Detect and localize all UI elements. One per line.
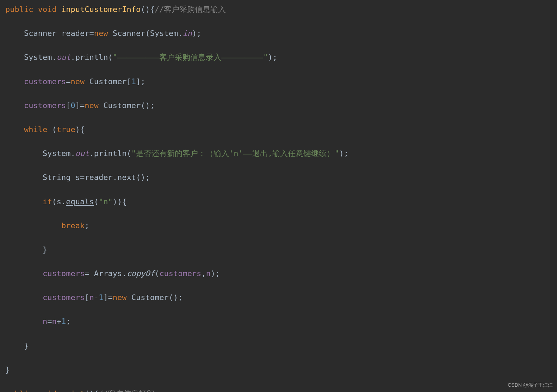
field-customers: customers bbox=[159, 269, 201, 278]
keyword-if: if bbox=[43, 197, 52, 206]
call-equals: equals bbox=[66, 197, 94, 206]
field-n: n bbox=[206, 269, 211, 278]
string-literal: "是否还有新的客户：（输入'n'——退出,输入任意键继续）" bbox=[131, 149, 339, 158]
keyword-break: break bbox=[61, 221, 85, 230]
watermark: CSDN @混子王江江 bbox=[508, 381, 553, 389]
string-literal: "n" bbox=[99, 197, 113, 206]
punct: (){ bbox=[141, 5, 155, 14]
field-customers: customers bbox=[24, 77, 66, 86]
keyword-new: new bbox=[94, 29, 108, 38]
type-string: String bbox=[43, 173, 70, 182]
string-literal: "—————————客户采购信息录入—————————" bbox=[113, 53, 268, 62]
code-line: while (true){ bbox=[5, 124, 552, 136]
code-line: customers=new Customer[1]; bbox=[5, 76, 552, 88]
var-reader: reader bbox=[85, 173, 112, 182]
code-line: public void print(){//客户信息打印 bbox=[5, 388, 552, 392]
keyword-public: public bbox=[5, 389, 33, 392]
keyword-void: void bbox=[38, 389, 57, 392]
class-system: System bbox=[150, 29, 178, 38]
code-line: break; bbox=[5, 220, 552, 232]
type-scanner: Scanner bbox=[24, 29, 57, 38]
code-line: n=n+1; bbox=[5, 316, 552, 328]
class-system: System bbox=[24, 53, 52, 62]
code-line: Scanner reader=new Scanner(System.in); bbox=[5, 27, 552, 39]
code-line: customers= Arrays.copyOf(customers,n); bbox=[5, 268, 552, 280]
brace-close: } bbox=[43, 245, 47, 254]
code-line: System.out.println("—————————客户采购信息录入———… bbox=[5, 51, 552, 63]
code-line: } bbox=[5, 244, 552, 256]
call-println: println bbox=[94, 149, 127, 158]
method-name: print bbox=[61, 389, 85, 392]
number-literal: 1 bbox=[61, 317, 66, 326]
field-n: n bbox=[52, 317, 56, 326]
class-system: System bbox=[43, 149, 70, 158]
field-customers: customers bbox=[24, 101, 66, 110]
brace-close: } bbox=[24, 341, 29, 350]
comment: //客户采购信息输入 bbox=[155, 5, 226, 14]
keyword-new: new bbox=[113, 293, 127, 302]
type-customer: Customer bbox=[89, 77, 126, 86]
call-copyof: copyOf bbox=[126, 269, 154, 278]
code-line: public void inputCustomerInfo(){//客户采购信息… bbox=[5, 4, 552, 15]
keyword-while: while bbox=[24, 125, 47, 134]
var-reader: reader bbox=[61, 29, 89, 38]
brace-close: } bbox=[5, 365, 10, 374]
field-in: in bbox=[182, 29, 192, 38]
comment: //客户信息打印 bbox=[99, 389, 155, 392]
keyword-true: true bbox=[57, 125, 75, 134]
code-line: } bbox=[5, 340, 552, 352]
var-s: s bbox=[75, 173, 80, 182]
field-n: n bbox=[89, 293, 94, 302]
field-out: out bbox=[75, 149, 89, 158]
ctor-scanner: Scanner bbox=[113, 29, 146, 38]
number-literal: 1 bbox=[131, 77, 136, 86]
keyword-public: public bbox=[5, 5, 33, 14]
keyword-new: new bbox=[85, 101, 99, 110]
code-line: if(s.equals("n")){ bbox=[5, 196, 552, 208]
method-name: inputCustomerInfo bbox=[61, 5, 141, 14]
class-arrays: Arrays bbox=[94, 269, 122, 278]
number-literal: 0 bbox=[70, 101, 75, 110]
call-println: println bbox=[75, 53, 108, 62]
field-out: out bbox=[57, 53, 71, 62]
code-line: customers[n-1]=new Customer(); bbox=[5, 292, 552, 304]
field-n: n bbox=[43, 317, 47, 326]
number-literal: 1 bbox=[99, 293, 103, 302]
code-line: customers[0]=new Customer(); bbox=[5, 100, 552, 112]
field-customers: customers bbox=[43, 269, 85, 278]
type-customer: Customer bbox=[131, 293, 169, 302]
var-s: s bbox=[57, 197, 61, 206]
keyword-new: new bbox=[70, 77, 85, 86]
code-line: System.out.println("是否还有新的客户：（输入'n'——退出,… bbox=[5, 148, 552, 160]
call-next: next bbox=[117, 173, 136, 182]
code-line: } bbox=[5, 364, 552, 376]
field-customers: customers bbox=[43, 293, 85, 302]
code-editor[interactable]: public void inputCustomerInfo(){//客户采购信息… bbox=[5, 4, 552, 392]
keyword-void: void bbox=[38, 5, 57, 14]
type-customer: Customer bbox=[103, 101, 141, 110]
code-line: String s=reader.next(); bbox=[5, 172, 552, 183]
